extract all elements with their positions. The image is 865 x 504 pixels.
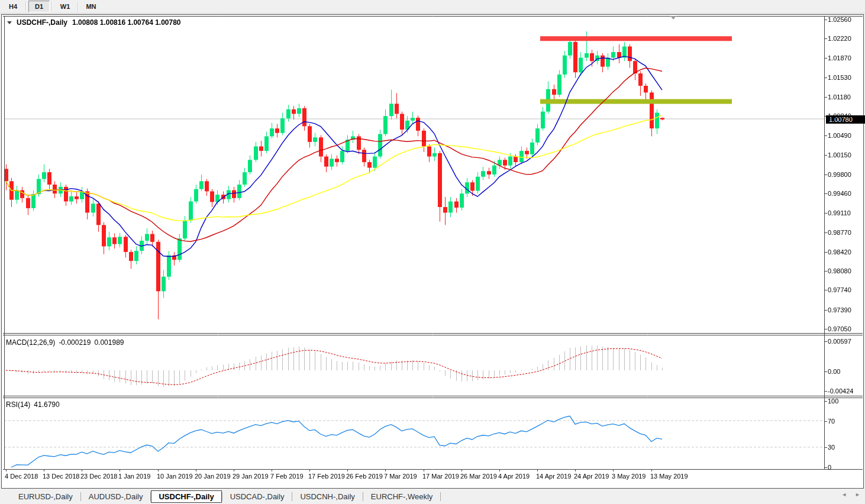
- rsi-axis-label: 100: [828, 398, 838, 405]
- price-axis-label: 0.98770: [828, 229, 851, 236]
- date-axis-label: 4 Dec 2018: [5, 473, 38, 480]
- date-axis-label: 14 Apr 2019: [536, 473, 571, 480]
- chart-tab-usdcnh[interactable]: USDCNH-,Daily: [292, 490, 362, 503]
- price-axis-label: 0.99110: [828, 209, 851, 217]
- price-axis-label: 1.00490: [828, 132, 851, 139]
- price-axis-label: 1.00150: [828, 151, 851, 159]
- price-axis-label: 1.01530: [828, 74, 851, 81]
- timeframe-button-w1[interactable]: W1: [54, 1, 76, 12]
- macd-signal-value: 0.001989: [94, 338, 124, 347]
- date-axis-label: 7 Feb 2019: [270, 473, 304, 480]
- tab-scroll-arrows: ◄ ►: [841, 492, 860, 497]
- rsi-axis-label: 70: [828, 418, 835, 425]
- date-axis-label: 23 Dec 2018: [80, 473, 117, 480]
- chart-tab-audusd[interactable]: AUDUSD-,Daily: [81, 490, 151, 503]
- date-axis-label: 17 Feb 2019: [308, 473, 345, 480]
- price-axis-label: 0.97390: [828, 306, 851, 314]
- tab-scroll-right-icon[interactable]: ►: [855, 492, 860, 497]
- price-axis-label: 0.98420: [828, 248, 851, 256]
- date-axis-label: 7 Mar 2019: [384, 473, 417, 480]
- date-axis-label: 13 May 2019: [650, 473, 688, 480]
- timeframe-button-h4[interactable]: H4: [2, 1, 24, 12]
- date-axis-label: 17 Mar 2019: [422, 473, 459, 480]
- tab-separator: [440, 492, 441, 501]
- rsi-value: 41.6790: [34, 400, 59, 409]
- chart-tab-eurusd[interactable]: EURUSD-,Daily: [11, 490, 80, 503]
- price-axis-label: 0.97050: [828, 325, 851, 332]
- date-axis-label: 24 Apr 2019: [574, 473, 609, 480]
- macd-name: MACD(12,26,9): [6, 338, 55, 347]
- date-axis-label: 13 Dec 2018: [43, 473, 79, 480]
- date-axis-label: 29 Jan 2019: [233, 473, 269, 480]
- tab-scroll-left-icon[interactable]: ◄: [841, 492, 847, 497]
- date-axis-label: 1 Jan 2019: [118, 473, 150, 480]
- chart-tab-eurchf[interactable]: EURCHF-,Weekly: [363, 490, 441, 503]
- date-axis-label: 3 May 2019: [612, 473, 645, 480]
- toolbar-separator: [51, 2, 53, 11]
- chart-tab-usdcad[interactable]: USDCAD-,Daily: [222, 490, 292, 503]
- price-axis-label: 0.99460: [828, 190, 851, 197]
- timeframe-toolbar: H4D1W1MN: [0, 0, 865, 14]
- date-axis-label: 20 Jan 2019: [195, 473, 231, 480]
- macd-indicator-label: MACD(12,26,9) -0.000219 0.001989: [6, 338, 124, 347]
- rsi-axis-label: 0: [828, 464, 831, 471]
- date-axis-label: 10 Jan 2019: [157, 473, 193, 480]
- macd-main-value: -0.000219: [59, 338, 91, 347]
- chart-menu-collapse-icon[interactable]: [7, 21, 12, 24]
- date-axis-label: 4 Apr 2019: [498, 473, 530, 480]
- price-axis-label: 1.01870: [828, 54, 851, 62]
- chart-tab-usdchf[interactable]: USDCHF-,Daily: [151, 490, 221, 503]
- price-axis-label: 0.98080: [828, 267, 851, 274]
- chart-title-ohlc: 1.00808 1.00816 1.00764 1.00780: [72, 18, 181, 27]
- toolbar-separator: [78, 2, 79, 11]
- price-axis-label: 1.02560: [828, 16, 851, 23]
- macd-axis-label: 0.00: [828, 368, 840, 375]
- macd-axis-label: 0.00597: [828, 338, 851, 345]
- price-axis-label: 0.99800: [828, 171, 851, 178]
- price-axis-label: 0.97740: [828, 286, 851, 293]
- chart-canvas[interactable]: [2, 15, 863, 488]
- toolbar-separator: [25, 2, 27, 11]
- price-axis-label: 1.01180: [828, 93, 851, 101]
- chart-window: USDCHF-,Daily 1.00808 1.00816 1.00764 1.…: [1, 14, 864, 489]
- date-axis-label: 26 Feb 2019: [346, 473, 383, 480]
- date-axis-label: 26 Mar 2019: [460, 473, 497, 480]
- timeframe-button-d1[interactable]: D1: [28, 1, 50, 12]
- rsi-indicator-label: RSI(14) 41.6790: [6, 400, 60, 409]
- macd-axis-label: -0.00424: [828, 387, 853, 395]
- chart-shift-marker-icon[interactable]: [670, 16, 676, 20]
- timeframe-button-mn[interactable]: MN: [80, 1, 102, 12]
- price-axis-label: 1.02220: [828, 35, 851, 42]
- chart-tab-bar: EURUSD-,DailyAUDUSD-,DailyUSDCHF-,DailyU…: [0, 489, 865, 504]
- chart-title: USDCHF-,Daily 1.00808 1.00816 1.00764 1.…: [7, 18, 181, 27]
- rsi-name: RSI(14): [6, 400, 30, 409]
- rsi-axis-label: 30: [828, 444, 835, 451]
- chart-title-symbol: USDCHF-,Daily: [17, 18, 67, 27]
- price-axis-label: 1.00840: [828, 112, 851, 119]
